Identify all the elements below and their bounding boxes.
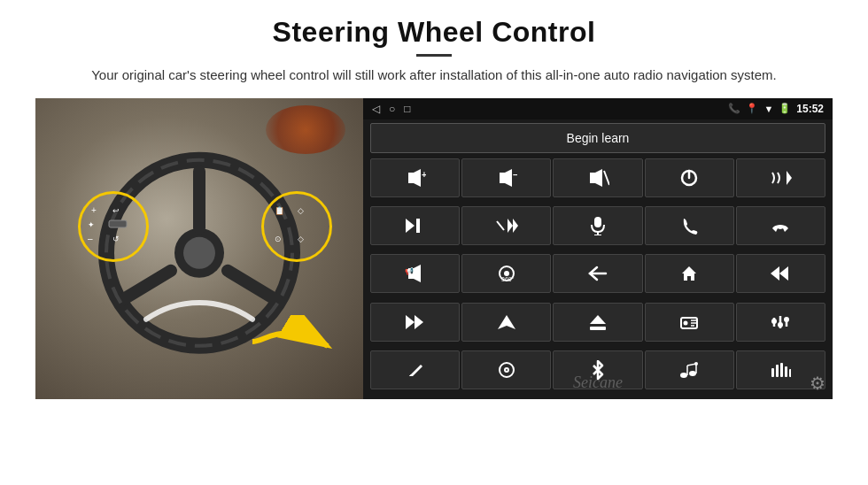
svg-marker-51 xyxy=(590,315,606,324)
location-icon: 📍 xyxy=(746,103,758,114)
title-divider xyxy=(416,54,452,57)
svg-marker-34 xyxy=(513,219,518,233)
svg-point-2 xyxy=(183,236,215,268)
content-area: + ✦ – ↩ ↺ 📋 ◇ ⊙ ◇ xyxy=(35,98,833,399)
settings-gear-icon[interactable]: ⚙ xyxy=(810,373,825,394)
begin-learn-button[interactable]: Begin learn xyxy=(370,123,825,153)
svg-rect-77 xyxy=(789,369,791,377)
svg-marker-48 xyxy=(406,315,415,329)
mic-button[interactable] xyxy=(553,206,642,245)
svg-text:+: + xyxy=(422,170,426,180)
svg-point-66 xyxy=(506,369,508,371)
svg-rect-52 xyxy=(590,327,606,330)
svg-marker-22 xyxy=(505,169,512,187)
hang-up-button[interactable] xyxy=(736,206,825,245)
vol-down-button[interactable]: – xyxy=(461,158,551,197)
mute-button[interactable] xyxy=(553,158,642,197)
svg-marker-25 xyxy=(595,169,602,187)
svg-marker-49 xyxy=(415,315,423,329)
back-button[interactable] xyxy=(553,254,642,293)
call-prev-button[interactable] xyxy=(736,158,825,197)
control-grid: + – xyxy=(363,157,833,399)
pen-button[interactable] xyxy=(370,350,460,389)
vol-up-button[interactable]: + xyxy=(370,158,460,197)
svg-point-61 xyxy=(778,322,783,327)
svg-point-54 xyxy=(684,320,688,325)
svg-marker-50 xyxy=(498,315,515,329)
shuffle-button[interactable] xyxy=(461,206,551,245)
svg-text:↺: ↺ xyxy=(112,235,120,243)
svg-text:◇: ◇ xyxy=(298,206,304,215)
home-nav-icon[interactable]: ○ xyxy=(389,103,395,115)
svg-rect-73 xyxy=(771,368,774,377)
recents-nav-icon[interactable]: □ xyxy=(404,103,410,115)
svg-marker-39 xyxy=(414,265,421,282)
bluetooth-button[interactable] xyxy=(553,350,642,389)
svg-marker-46 xyxy=(771,266,779,281)
svg-marker-33 xyxy=(508,219,513,233)
battery-icon: 🔋 xyxy=(779,103,791,114)
svg-text:📢: 📢 xyxy=(405,266,414,275)
svg-marker-29 xyxy=(787,171,792,185)
eject-button[interactable] xyxy=(553,303,642,342)
svg-point-68 xyxy=(689,371,696,376)
svg-text:⊙: ⊙ xyxy=(275,235,282,243)
radio-button[interactable] xyxy=(645,303,734,342)
car-image-section: + ✦ – ↩ ↺ 📋 ◇ ⊙ ◇ xyxy=(35,98,363,399)
page-wrapper: Steering Wheel Control Your original car… xyxy=(0,0,868,485)
svg-rect-35 xyxy=(594,217,601,227)
navigate-button[interactable] xyxy=(461,303,551,342)
subtitle: Your original car's steering wheel contr… xyxy=(71,65,797,86)
equalizer-button[interactable] xyxy=(736,303,825,342)
back-nav-icon[interactable]: ◁ xyxy=(372,103,380,115)
status-bar: ◁ ○ □ 📞 📍 ▼ 🔋 15:52 xyxy=(363,98,833,119)
phone-icon: 📞 xyxy=(728,103,740,114)
svg-line-5 xyxy=(228,270,279,301)
next-track-button[interactable] xyxy=(370,206,460,245)
phone-button[interactable] xyxy=(645,206,734,245)
title-section: Steering Wheel Control Your original car… xyxy=(35,16,833,98)
svg-text:+: + xyxy=(91,205,97,215)
fast-forward-button[interactable] xyxy=(370,303,460,342)
direction-arrow xyxy=(248,315,345,377)
svg-point-67 xyxy=(680,373,687,378)
svg-marker-18 xyxy=(408,173,414,183)
svg-text:360°: 360° xyxy=(501,276,515,282)
360-camera-button[interactable]: 360° xyxy=(461,254,551,293)
svg-point-72 xyxy=(694,362,698,366)
svg-text:–: – xyxy=(88,234,93,243)
svg-marker-24 xyxy=(590,173,595,183)
svg-rect-74 xyxy=(776,365,779,377)
svg-rect-75 xyxy=(780,363,783,377)
svg-marker-30 xyxy=(406,219,415,233)
svg-point-59 xyxy=(771,319,777,324)
svg-text:📋: 📋 xyxy=(275,205,285,216)
car-background: + ✦ – ↩ ↺ 📋 ◇ ⊙ ◇ xyxy=(35,98,363,399)
clock: 15:52 xyxy=(796,103,824,115)
svg-line-32 xyxy=(497,221,504,230)
svg-marker-19 xyxy=(414,169,421,187)
menu-button[interactable] xyxy=(461,350,551,389)
svg-marker-21 xyxy=(500,173,505,183)
left-button-circle: + ✦ – ↩ ↺ xyxy=(78,191,149,262)
prev-prev-button[interactable] xyxy=(736,254,825,293)
svg-marker-47 xyxy=(779,266,788,281)
speaker-button[interactable]: 📢 xyxy=(370,254,460,293)
page-title: Steering Wheel Control xyxy=(35,16,833,49)
music-settings-button[interactable] xyxy=(645,350,734,389)
status-right: 📞 📍 ▼ 🔋 15:52 xyxy=(728,103,824,115)
right-button-circle: 📋 ◇ ⊙ ◇ xyxy=(261,191,332,262)
svg-marker-45 xyxy=(682,266,696,281)
svg-line-4 xyxy=(120,270,171,301)
power-button[interactable] xyxy=(645,158,734,197)
wifi-icon: ▼ xyxy=(763,104,773,114)
home-button[interactable] xyxy=(645,254,734,293)
svg-rect-11 xyxy=(109,220,127,227)
svg-point-63 xyxy=(784,317,789,322)
svg-rect-76 xyxy=(785,366,787,377)
svg-text:◇: ◇ xyxy=(298,235,304,243)
nav-icons: ◁ ○ □ xyxy=(372,103,411,115)
svg-rect-31 xyxy=(416,219,420,233)
svg-line-26 xyxy=(604,171,609,185)
svg-text:✦: ✦ xyxy=(88,220,95,229)
